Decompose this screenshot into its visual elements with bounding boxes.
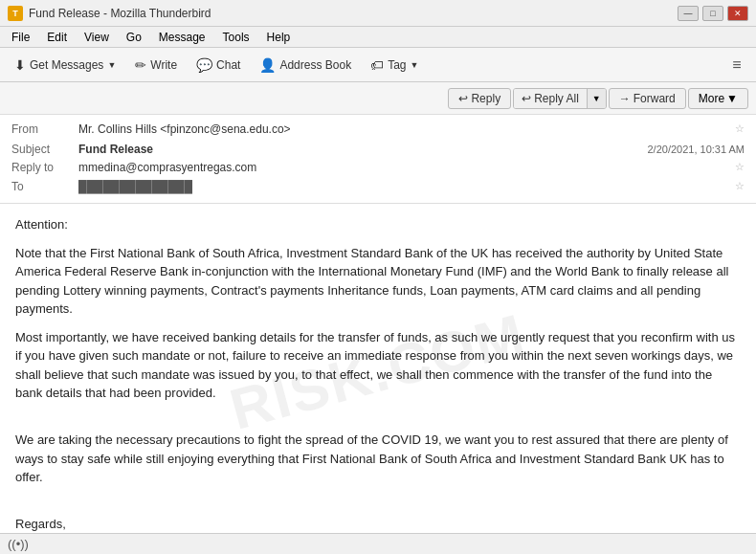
more-dropdown-icon: ▼ <box>726 92 738 105</box>
address-book-button[interactable]: 👤 Address Book <box>251 53 360 78</box>
get-messages-button[interactable]: ⬇ Get Messages ▼ <box>6 53 124 78</box>
menu-edit[interactable]: Edit <box>39 29 75 46</box>
reply-all-button[interactable]: ↩ Reply All ▼ <box>513 88 607 109</box>
reply-icon: ↩ <box>458 92 468 105</box>
email-date: 2/20/2021, 10:31 AM <box>647 144 745 155</box>
to-label: To <box>11 180 78 193</box>
menu-message[interactable]: Message <box>151 29 213 46</box>
reply-to-row: Reply to mmedina@comprasyentregas.com ☆ <box>11 159 745 178</box>
write-button[interactable]: ✏ Write <box>126 53 186 78</box>
close-button[interactable]: ✕ <box>727 6 748 21</box>
tag-button[interactable]: 🏷 Tag ▼ <box>362 53 427 78</box>
paragraph1: Note that the First National Bank of Sou… <box>15 244 741 319</box>
subject-row: Subject Fund Release 2/20/2021, 10:31 AM <box>11 140 745 159</box>
reply-to-value: mmedina@comprasyentregas.com <box>78 161 731 174</box>
tag-icon: 🏷 <box>370 57 384 73</box>
to-value: ██████████████ <box>78 180 731 193</box>
maximize-button[interactable]: □ <box>702 6 723 21</box>
window-controls: — □ ✕ <box>678 6 748 21</box>
email-content: Attention: Note that the First National … <box>15 215 741 540</box>
toolbar: ⬇ Get Messages ▼ ✏ Write 💬 Chat 👤 Addres… <box>0 48 756 82</box>
reply-button[interactable]: ↩ Reply <box>448 88 511 109</box>
write-icon: ✏ <box>135 57 146 73</box>
reply-to-star-icon[interactable]: ☆ <box>735 161 745 173</box>
from-label: From <box>11 122 78 136</box>
reply-to-label: Reply to <box>11 161 78 174</box>
reply-all-icon: ↩ <box>522 92 531 105</box>
to-row: To ██████████████ ☆ <box>11 178 745 197</box>
paragraph3: We are taking the necessary precautions … <box>15 431 741 487</box>
title-bar: T Fund Release - Mozilla Thunderbird — □… <box>0 0 756 27</box>
menu-help[interactable]: Help <box>259 29 299 46</box>
menu-file[interactable]: File <box>4 29 37 46</box>
forward-icon: → <box>619 92 631 105</box>
forward-button[interactable]: → Forward <box>609 88 686 109</box>
to-star-icon[interactable]: ☆ <box>735 180 745 192</box>
regards: Regards, <box>15 515 741 534</box>
window-title: Fund Release - Mozilla Thunderbird <box>29 7 678 20</box>
reply-all-dropdown[interactable]: ▼ <box>587 89 606 108</box>
action-bar: ↩ Reply ↩ Reply All ▼ → Forward More ▼ <box>0 82 756 115</box>
minimize-button[interactable]: — <box>678 6 699 21</box>
chat-icon: 💬 <box>196 57 212 73</box>
toolbar-menu-button[interactable]: ≡ <box>723 52 750 78</box>
menu-view[interactable]: View <box>77 29 117 46</box>
from-star-icon[interactable]: ☆ <box>735 122 745 135</box>
from-value: Mr. Collins Hills <fpinzonc@sena.edu.co> <box>78 122 731 136</box>
subject-label: Subject <box>11 143 78 156</box>
greeting: Attention: <box>15 215 741 234</box>
menu-bar: File Edit View Go Message Tools Help <box>0 27 756 48</box>
email-header: From Mr. Collins Hills <fpinzonc@sena.ed… <box>0 115 756 204</box>
menu-tools[interactable]: Tools <box>215 29 257 46</box>
get-messages-dropdown-icon: ▼ <box>107 60 116 70</box>
paragraph2: Most importantly, we have received banki… <box>15 328 741 403</box>
get-messages-icon: ⬇ <box>14 57 26 73</box>
tag-dropdown-icon: ▼ <box>411 60 419 70</box>
email-body: RISK.COM Attention: Note that the First … <box>0 204 756 540</box>
subject-value: Fund Release <box>78 143 647 156</box>
app-icon: T <box>8 6 23 21</box>
more-button[interactable]: More ▼ <box>688 88 748 109</box>
from-row: From Mr. Collins Hills <fpinzonc@sena.ed… <box>11 121 745 140</box>
chat-button[interactable]: 💬 Chat <box>188 53 249 78</box>
address-book-icon: 👤 <box>259 57 276 73</box>
menu-go[interactable]: Go <box>119 29 149 46</box>
